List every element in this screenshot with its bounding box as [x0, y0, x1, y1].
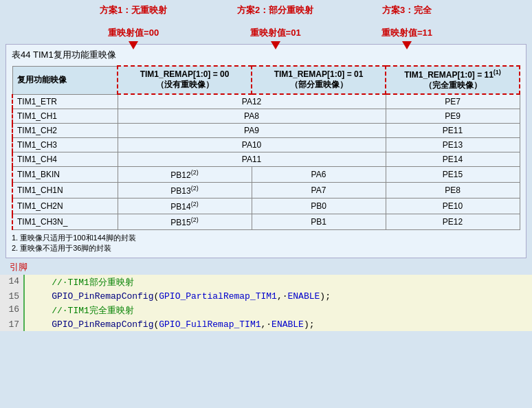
code-line: 15 GPIO_PinRemapConfig(GPIO_PartialRemap… [0, 290, 532, 303]
pin-label: 引脚 [0, 258, 532, 275]
header-col3-sup: (1) [494, 69, 501, 76]
ann1-line1: 方案1：无重映射 [100, 4, 167, 16]
table-title: 表44 TIM1复用功能重映像 [12, 49, 520, 61]
remap11-cell: PE11 [386, 124, 520, 138]
header-col3: TIM1_REMAP[1:0] = 11(1) （完全重映像） [386, 66, 520, 94]
remap11-cell: PE13 [386, 138, 520, 152]
code-line: 16 //·TIM1完全重映射 [0, 303, 532, 318]
header-col1-sub: （没有重映像） [156, 80, 214, 89]
line-content: //·TIM1完全重映射 [25, 303, 140, 318]
remap00-cell: PA9 [118, 124, 386, 138]
header-col2: TIM1_REMAP[1:0] = 01 （部分重映像） [252, 66, 386, 94]
annotation-1: 方案1：无重映射 重映射值=00 [100, 4, 167, 49]
footnote-2: 2. 重映像不适用于36脚的封装 [12, 243, 520, 253]
remap11-cell: PE8 [386, 183, 520, 199]
remap01-cell: PB0 [252, 199, 386, 214]
annotation-3: 方案3：完全 重映射值=11 [381, 4, 432, 49]
footnote-1: 1. 重映像只适用于100和144脚的封装 [12, 233, 520, 243]
header-col3-sub: （完全重映像） [424, 80, 482, 90]
header-col0: 复用功能映像 [12, 66, 118, 94]
ann2-arrow [271, 41, 280, 49]
remap00-cell: PB13(2) [118, 183, 252, 199]
header-col3-title: TIM1_REMAP[1:0] = 11 [404, 70, 494, 80]
remap11-cell: PE7 [386, 94, 520, 109]
remap00-cell: PA10 [118, 138, 386, 152]
remap00-cell: PA11 [118, 152, 386, 167]
ann3-line2: 重映射值=11 [381, 27, 432, 39]
func-cell: TIM1_BKIN [12, 167, 118, 183]
annotation-2: 方案2：部分重映射 重映射值=01 [237, 4, 313, 49]
table-section: 表44 TIM1复用功能重映像 复用功能映像 TIM1_REMAP[1:0] =… [5, 44, 527, 258]
remap00-cell: PA8 [118, 109, 386, 124]
func-cell: TIM1_CH2 [12, 124, 118, 138]
header-col1: TIM1_REMAP[1:0] = 00 （没有重映像） [118, 66, 252, 94]
remap01-cell: PB1 [252, 214, 386, 230]
func-cell: TIM1_CH1 [12, 109, 118, 124]
line-number: 17 [0, 318, 25, 331]
remap11-cell: PE9 [386, 109, 520, 124]
func-cell: TIM1_CH1N [12, 183, 118, 199]
remap01-cell: PA6 [252, 167, 386, 183]
footnotes: 1. 重映像只适用于100和144脚的封装 2. 重映像不适用于36脚的封装 [12, 233, 520, 253]
line-content: //·TIM1部分重映射 [25, 275, 140, 290]
func-cell: TIM1_CH3 [12, 138, 118, 152]
code-section: 14 //·TIM1部分重映射15 GPIO_PinRemapConfig(GP… [0, 275, 532, 331]
header-col2-title: TIM1_REMAP[1:0] = 01 [274, 69, 364, 79]
ann1-line2: 重映射值=00 [108, 27, 159, 39]
remap11-cell: PE14 [386, 152, 520, 167]
remap00-cell: PA12 [118, 94, 386, 109]
ann1-arrow [129, 41, 138, 49]
func-cell: TIM1_CH3N_ [12, 214, 118, 230]
line-content: GPIO_PinRemapConfig(GPIO_FullRemap_TIM1,… [25, 318, 320, 331]
header-col1-title: TIM1_REMAP[1:0] = 00 [140, 69, 230, 79]
code-line: 17 GPIO_PinRemapConfig(GPIO_FullRemap_TI… [0, 318, 532, 331]
line-number: 14 [0, 275, 25, 290]
main-table: 复用功能映像 TIM1_REMAP[1:0] = 00 （没有重映像） TIM1… [12, 65, 520, 230]
header-col2-sub: （部分重映像） [290, 80, 348, 89]
ann3-line1: 方案3：完全 [382, 4, 432, 16]
remap11-cell: PE12 [386, 214, 520, 230]
ann2-line2: 重映射值=01 [250, 27, 301, 39]
remap11-cell: PE15 [386, 167, 520, 183]
line-number: 16 [0, 303, 25, 318]
line-number: 15 [0, 290, 25, 303]
func-cell: TIM1_CH2N [12, 199, 118, 214]
func-cell: TIM1_CH4 [12, 152, 118, 167]
remap00-cell: PB14(2) [118, 199, 252, 214]
remap11-cell: PE10 [386, 199, 520, 214]
ann2-line1: 方案2：部分重映射 [237, 4, 313, 16]
line-content: GPIO_PinRemapConfig(GPIO_PartialRemap_TI… [25, 290, 336, 303]
code-line: 14 //·TIM1部分重映射 [0, 275, 532, 290]
remap01-cell: PA7 [252, 183, 386, 199]
ann3-arrow [402, 41, 412, 49]
remap00-cell: PB12(2) [118, 167, 252, 183]
func-cell: TIM1_ETR [12, 94, 118, 109]
remap00-cell: PB15(2) [118, 214, 252, 230]
